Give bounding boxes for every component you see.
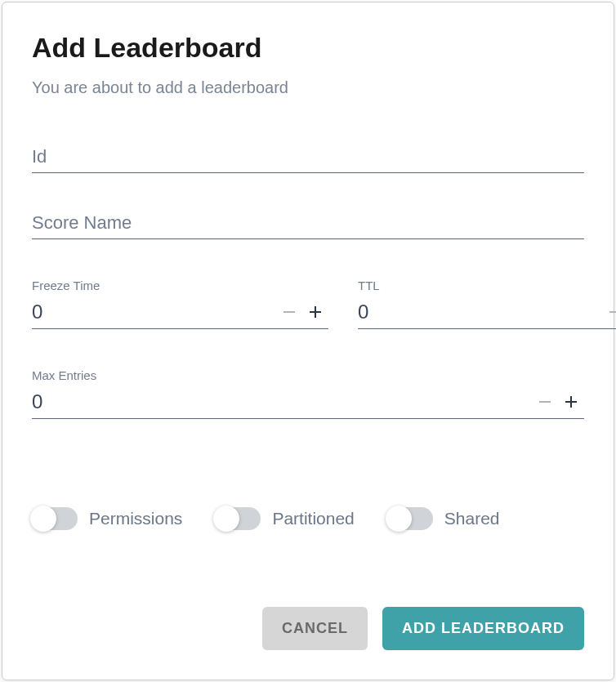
max-entries-field-group: Max Entries (32, 368, 584, 419)
toggle-thumb (213, 506, 239, 532)
ttl-stepper: TTL (358, 279, 616, 329)
button-row: Cancel Add Leaderboard (32, 607, 584, 650)
dialog-subtitle: You are about to add a leaderboard (32, 78, 584, 97)
add-leaderboard-dialog: Add Leaderboard You are about to add a l… (2, 2, 614, 680)
ttl-decrement[interactable] (602, 304, 616, 320)
minus-icon (537, 394, 553, 410)
plus-icon (307, 304, 324, 320)
plus-icon (563, 394, 579, 410)
toggle-thumb (386, 506, 412, 532)
max-entries-decrement[interactable] (532, 394, 558, 410)
toggle-thumb (30, 506, 56, 532)
permissions-toggle[interactable] (32, 507, 78, 530)
permissions-toggle-label: Permissions (89, 509, 182, 528)
dialog-title: Add Leaderboard (32, 32, 584, 64)
id-input[interactable] (32, 146, 584, 167)
max-entries-stepper: Max Entries (32, 368, 584, 419)
freeze-time-label: Freeze Time (32, 279, 328, 292)
id-field-group (32, 146, 584, 173)
max-entries-increment[interactable] (558, 394, 584, 410)
add-leaderboard-button[interactable]: Add Leaderboard (382, 607, 584, 650)
score-name-input[interactable] (32, 212, 584, 234)
ttl-input[interactable] (358, 301, 602, 323)
shared-toggle[interactable] (387, 507, 433, 530)
freeze-time-stepper: Freeze Time (32, 279, 328, 329)
cancel-button[interactable]: Cancel (262, 607, 368, 650)
max-entries-input[interactable] (32, 390, 532, 413)
partitioned-toggle[interactable] (215, 507, 261, 530)
minus-icon (281, 304, 297, 320)
freeze-time-increment[interactable] (302, 304, 328, 320)
max-entries-label: Max Entries (32, 368, 584, 382)
freeze-time-decrement[interactable] (276, 304, 302, 320)
score-name-field-group (32, 212, 584, 239)
freeze-time-input[interactable] (32, 301, 276, 323)
shared-toggle-label: Shared (444, 509, 500, 528)
minus-icon (607, 304, 616, 320)
ttl-label: TTL (358, 279, 616, 292)
partitioned-toggle-label: Partitioned (272, 509, 354, 528)
toggle-row: Permissions Partitioned Shared (32, 507, 584, 530)
